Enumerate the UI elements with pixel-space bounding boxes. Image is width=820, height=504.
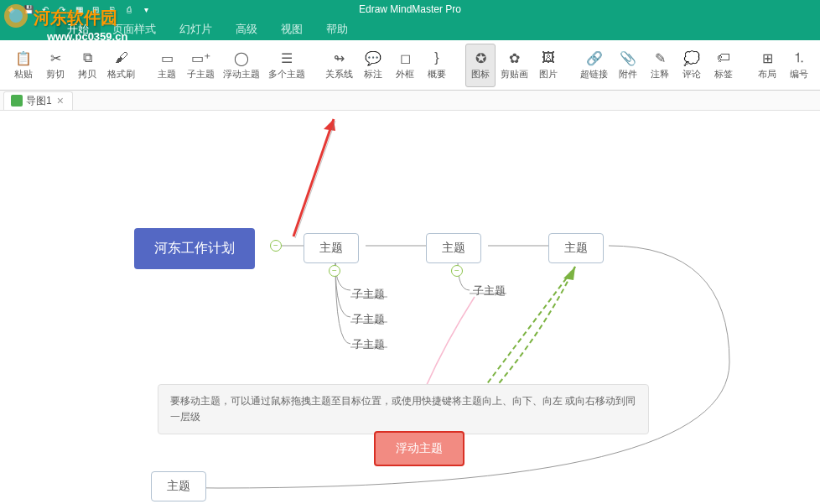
menubar: 开始 页面样式 幻灯片 高级 视图 帮助 <box>0 18 820 40</box>
collapse-toggle[interactable]: − <box>270 240 282 252</box>
note-button[interactable]: ✎注释 <box>645 44 675 87</box>
document-tab-bar: 导图1 × <box>0 91 820 111</box>
svg-line-13 <box>295 121 335 238</box>
document-tab[interactable]: 导图1 × <box>3 91 73 110</box>
cut-icon: ✂ <box>47 49 64 66</box>
tip-box: 要移动主题，可以通过鼠标拖拽主题至目标位置，或使用快捷键将主题向上、向下、向左 … <box>158 384 649 434</box>
boundary-button[interactable]: ◻外框 <box>390 44 420 87</box>
paste-icon: 📋 <box>15 49 32 66</box>
qat-print-icon[interactable]: ⎙ <box>122 3 136 16</box>
svg-line-11 <box>293 119 334 236</box>
attachment-icon: 📎 <box>620 49 636 66</box>
picture-icon: 🖼 <box>540 49 557 66</box>
relation-button[interactable]: ↬关系线 <box>322 44 356 87</box>
ribbon: 📋粘贴 ✂剪切 ⧉拷贝 🖌格式刷 ▭主题 ▭⁺子主题 ◯浮动主题 ☰多个主题 ↬… <box>0 40 820 91</box>
subtopic-node[interactable]: 子主题 <box>352 312 385 327</box>
multi-topic-icon: ☰ <box>278 49 295 66</box>
star-icon: ✪ <box>472 49 489 66</box>
multi-topic-button[interactable]: ☰多个主题 <box>265 44 309 87</box>
collapse-toggle[interactable]: − <box>329 265 340 277</box>
float-topic-button[interactable]: ◯浮动主题 <box>220 44 263 87</box>
copy-icon: ⧉ <box>79 49 96 66</box>
boundary-icon: ◻ <box>397 49 413 66</box>
subtopic-node[interactable]: 子主题 <box>352 287 385 302</box>
subtopic-icon: ▭⁺ <box>193 49 210 66</box>
qat-undo-icon[interactable]: ↶ <box>39 3 52 16</box>
titlebar: ◆ 💾 ↶ ↷ ▦ ⊞ ⎘ ⎙ ▾ Edraw MindMaster Pro <box>0 0 820 18</box>
qat-export-icon[interactable]: ⎘ <box>106 3 119 16</box>
clipart-button[interactable]: ✿剪贴画 <box>497 44 532 87</box>
menu-help[interactable]: 帮助 <box>314 18 360 40</box>
subtopic-button[interactable]: ▭⁺子主题 <box>184 44 218 87</box>
ribbon-group-layout: ⊞布局 ⒈编号 <box>750 44 816 87</box>
comment-button[interactable]: 💭评论 <box>677 44 707 87</box>
relation-icon: ↬ <box>331 49 348 66</box>
cut-button[interactable]: ✂剪切 <box>40 44 70 87</box>
number-icon: ⒈ <box>791 49 807 66</box>
format-brush-button[interactable]: 🖌格式刷 <box>104 44 138 87</box>
svg-point-1 <box>9 9 23 23</box>
menu-page-style[interactable]: 页面样式 <box>101 18 168 40</box>
note-icon: ✎ <box>651 49 668 66</box>
float-topic-icon: ◯ <box>233 49 250 66</box>
clipart-icon: ✿ <box>506 49 523 66</box>
topic-node[interactable]: 主题 <box>426 233 481 263</box>
subtopic-node[interactable]: 子主题 <box>473 283 506 299</box>
qat-more-icon[interactable]: ▾ <box>139 3 153 16</box>
ribbon-group-marks: ✪图标 ✿剪贴画 🖼图片 <box>464 44 565 87</box>
floating-topic[interactable]: 浮动主题 <box>374 431 464 466</box>
svg-marker-12 <box>324 119 335 131</box>
canvas[interactable]: 河东工作计划 − 主题 主题 主题 − − 子主题 子主题 子主题 子主题 要移… <box>0 111 820 504</box>
topic-node[interactable]: 主题 <box>548 233 604 263</box>
subtopic-node[interactable]: 子主题 <box>352 337 385 352</box>
tab-close-icon[interactable]: × <box>55 94 65 107</box>
layout-icon: ⊞ <box>759 49 776 66</box>
app-logo-icon <box>2 2 30 34</box>
icon-mark-button[interactable]: ✪图标 <box>465 44 496 87</box>
hyperlink-button[interactable]: 🔗超链接 <box>577 44 611 87</box>
ribbon-group-clipboard: 📋粘贴 ✂剪切 ⧉拷贝 🖌格式刷 <box>7 44 140 87</box>
central-topic[interactable]: 河东工作计划 <box>134 228 255 269</box>
copy-button[interactable]: ⧉拷贝 <box>72 44 102 87</box>
comment-icon: 💭 <box>683 49 700 66</box>
menu-advanced[interactable]: 高级 <box>224 18 269 40</box>
tag-icon: 🏷 <box>715 49 732 66</box>
qat-open-icon[interactable]: ⊞ <box>89 3 102 16</box>
topic-icon: ▭ <box>158 49 175 66</box>
qat-redo-icon[interactable]: ↷ <box>55 3 69 16</box>
hyperlink-icon: 🔗 <box>586 49 603 66</box>
doc-tab-icon <box>11 95 23 107</box>
svg-marker-9 <box>563 267 575 280</box>
summary-button[interactable]: }概要 <box>422 44 452 87</box>
paste-button[interactable]: 📋粘贴 <box>8 44 39 87</box>
ribbon-group-topic: ▭主题 ▭⁺子主题 ◯浮动主题 ☰多个主题 <box>150 44 310 87</box>
ribbon-group-link: 🔗超链接 📎附件 ✎注释 💭评论 🏷标签 <box>575 44 740 87</box>
menu-view[interactable]: 视图 <box>269 18 314 40</box>
summary-icon: } <box>428 49 445 66</box>
qat-new-icon[interactable]: ▦ <box>72 3 86 16</box>
topic-node[interactable]: 主题 <box>304 233 359 263</box>
menu-start[interactable]: 开始 <box>55 18 101 40</box>
picture-button[interactable]: 🖼图片 <box>533 44 563 87</box>
doc-tab-label: 导图1 <box>26 94 52 108</box>
number-button[interactable]: ⒈编号 <box>784 44 814 87</box>
ribbon-group-insert: ↬关系线 💬标注 ◻外框 }概要 <box>320 44 454 87</box>
menu-slideshow[interactable]: 幻灯片 <box>168 18 224 40</box>
topic-node[interactable]: 主题 <box>151 471 206 501</box>
format-brush-icon: 🖌 <box>113 49 130 66</box>
topic-button[interactable]: ▭主题 <box>152 44 182 87</box>
attachment-button[interactable]: 📎附件 <box>613 44 643 87</box>
callout-button[interactable]: 💬标注 <box>358 44 388 87</box>
callout-icon: 💬 <box>365 49 381 66</box>
instruction-arrow-icon <box>285 111 352 245</box>
tag-button[interactable]: 🏷标签 <box>708 44 739 87</box>
app-title: Edraw MindMaster Pro <box>359 3 461 15</box>
collapse-toggle[interactable]: − <box>451 265 463 277</box>
layout-button[interactable]: ⊞布局 <box>752 44 782 87</box>
